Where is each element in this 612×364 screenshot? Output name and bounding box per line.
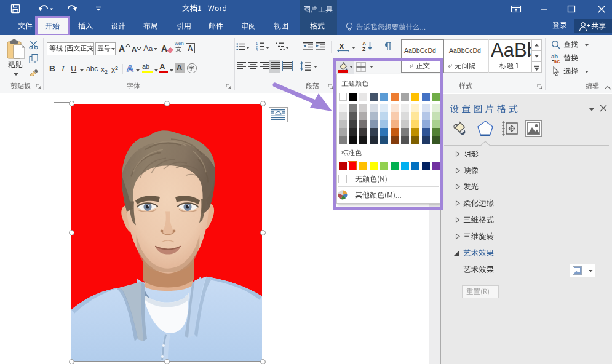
- svg-text:ac: ac: [554, 58, 560, 63]
- svg-text:X: X: [339, 42, 344, 51]
- svg-text:3: 3: [256, 49, 258, 52]
- svg-text:Z: Z: [362, 46, 365, 52]
